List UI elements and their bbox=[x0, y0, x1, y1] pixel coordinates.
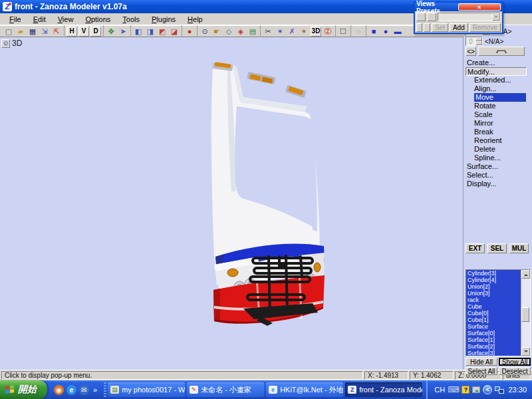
task-button[interactable]: ▤my photos0017 - Win... bbox=[108, 382, 185, 397]
preset-slot-4-button[interactable] bbox=[424, 23, 430, 32]
preset-slot-3-button[interactable] bbox=[416, 23, 422, 32]
view-d-button[interactable]: D bbox=[90, 27, 101, 37]
local-axes-icon[interactable]: ✴ bbox=[298, 26, 310, 37]
select-view-icon[interactable]: ◈ bbox=[235, 26, 247, 37]
menu-tools[interactable]: Tools bbox=[117, 14, 145, 25]
menu-scale[interactable]: Scale bbox=[466, 110, 531, 119]
pan-view-icon[interactable]: ☛ bbox=[211, 26, 223, 37]
preset-slot-1-button[interactable] bbox=[416, 13, 426, 21]
object-list-scrollbar[interactable] bbox=[521, 270, 530, 356]
quick-launch-overflow-icon[interactable]: » bbox=[92, 386, 98, 394]
expander-button[interactable]: <> bbox=[466, 47, 476, 56]
network-icon[interactable] bbox=[495, 386, 504, 394]
save-icon[interactable]: ▦ bbox=[27, 26, 39, 37]
axes-icon[interactable]: ✥ bbox=[105, 26, 117, 37]
media-player-icon[interactable]: ◉ bbox=[54, 385, 64, 395]
remove-button[interactable]: Remove bbox=[469, 23, 501, 32]
weld-icon[interactable]: ✗ bbox=[286, 26, 298, 37]
views-presets-dialog[interactable]: Views Presets × Set Add Remove bbox=[414, 1, 503, 34]
ext-mode-button[interactable]: EXT bbox=[466, 243, 485, 253]
menu-delete[interactable]: Delete bbox=[466, 145, 531, 154]
menu-plugins[interactable]: Plugins bbox=[146, 14, 181, 25]
import-icon[interactable]: ⇲ bbox=[39, 26, 51, 37]
keyboard-icon[interactable]: ⌨ bbox=[448, 385, 459, 394]
set-button[interactable]: Set bbox=[432, 23, 448, 32]
background-image-icon[interactable]: ▤ bbox=[247, 26, 259, 37]
menu-edit[interactable]: Edit bbox=[28, 14, 51, 25]
mode-3d-icon[interactable]: 3D bbox=[311, 27, 321, 37]
star-axes-icon[interactable]: ✶ bbox=[274, 26, 286, 37]
select-circle-icon[interactable]: ◌ bbox=[352, 26, 364, 37]
object-item[interactable]: Union[3] bbox=[466, 290, 521, 297]
view-v-button[interactable]: V bbox=[78, 27, 89, 37]
task-button[interactable]: ✎未命名 - 小畫家 bbox=[187, 382, 264, 397]
menu-move[interactable]: Move bbox=[474, 93, 526, 102]
primitive-cube-icon[interactable]: ■ bbox=[368, 26, 380, 37]
menu-select[interactable]: Select... bbox=[466, 171, 531, 180]
views-presets-titlebar[interactable]: Views Presets × bbox=[415, 3, 502, 11]
menu-reorient[interactable]: Reorient bbox=[466, 136, 531, 145]
primitive-cylinder-icon[interactable]: ▬ bbox=[392, 26, 404, 37]
preset-name-combo[interactable] bbox=[438, 13, 501, 21]
hide-all-button[interactable]: Hide All bbox=[466, 358, 497, 366]
start-button[interactable]: 開始 bbox=[0, 380, 47, 399]
object-item[interactable]: Union[2] bbox=[466, 283, 521, 290]
select-all-button[interactable]: Select All bbox=[466, 367, 497, 375]
select-rect-icon[interactable]: ☐ bbox=[337, 26, 349, 37]
outlook-express-icon[interactable]: ✉ bbox=[79, 385, 89, 395]
safely-remove-hardware-icon[interactable] bbox=[472, 386, 480, 393]
mul-mode-button[interactable]: MUL bbox=[509, 243, 529, 253]
preset-slot-2-button[interactable] bbox=[427, 13, 436, 21]
object-item[interactable]: Surface bbox=[466, 323, 521, 330]
wire-cube-icon[interactable]: ◧ bbox=[132, 26, 144, 37]
menu-options[interactable]: Options bbox=[80, 14, 116, 25]
sel-mode-button[interactable]: SEL bbox=[487, 243, 507, 253]
object-item[interactable]: Cylinder[3] bbox=[466, 270, 521, 277]
object-item[interactable]: rack bbox=[466, 297, 521, 303]
menu-extended[interactable]: Extended... bbox=[466, 76, 531, 84]
menu-spline[interactable]: Spline... bbox=[466, 154, 531, 162]
object-item[interactable]: Surface[0] bbox=[466, 330, 521, 336]
menu-help[interactable]: Help bbox=[182, 14, 208, 25]
object-item[interactable]: Cylinder[4] bbox=[466, 277, 521, 283]
language-indicator[interactable]: CH bbox=[434, 386, 445, 394]
menu-create[interactable]: Create... bbox=[466, 59, 531, 67]
object-item[interactable]: Cube[1] bbox=[466, 317, 521, 323]
scroll-down-icon[interactable] bbox=[521, 347, 530, 356]
hidden-cube-icon[interactable]: ◪ bbox=[168, 26, 180, 37]
zanoza-icon[interactable]: Ⓩ bbox=[322, 26, 334, 37]
level-spinner[interactable]: 0 bbox=[466, 37, 483, 46]
deselect-button[interactable]: Deselect bbox=[499, 367, 531, 375]
object-item[interactable]: Surface[3] bbox=[466, 350, 521, 356]
vertex-edit-icon[interactable]: ➤ bbox=[117, 26, 129, 37]
dialog-close-icon[interactable]: × bbox=[458, 3, 501, 11]
show-all-button[interactable]: Show All bbox=[499, 358, 531, 366]
chevron-up-icon[interactable] bbox=[478, 47, 525, 56]
menu-display[interactable]: Display... bbox=[466, 180, 531, 188]
cut-icon[interactable]: ✂ bbox=[262, 26, 274, 37]
object-item[interactable]: Cube bbox=[466, 303, 521, 310]
hide-inactive-icons-icon[interactable]: < bbox=[483, 385, 492, 394]
solid-cube-icon[interactable]: ◨ bbox=[144, 26, 156, 37]
object-item[interactable]: Cube[0] bbox=[466, 310, 521, 317]
menu-view[interactable]: View bbox=[53, 14, 79, 25]
internet-explorer-icon[interactable]: e bbox=[66, 385, 76, 395]
object-list[interactable]: Cylinder[3]Cylinder[4]Union[2]Union[3]ra… bbox=[466, 270, 521, 356]
new-icon[interactable]: ▢ bbox=[3, 26, 15, 37]
add-button[interactable]: Add bbox=[450, 23, 468, 32]
rotate-view-icon[interactable]: ◇ bbox=[223, 26, 235, 37]
task-active[interactable]: Zfront - Zanoza Model... bbox=[345, 382, 422, 397]
object-item[interactable]: Surface[1] bbox=[466, 336, 521, 343]
primitive-sphere-icon[interactable]: ● bbox=[380, 26, 392, 37]
textured-cube-icon[interactable]: ◩ bbox=[156, 26, 168, 37]
scroll-thumb[interactable] bbox=[521, 307, 529, 322]
object-item[interactable]: Surface[2] bbox=[466, 343, 521, 350]
menu-modify[interactable]: Modify... bbox=[466, 67, 527, 76]
scroll-track[interactable] bbox=[521, 279, 530, 347]
viewport-3d[interactable]: ⊙ 3D bbox=[0, 37, 464, 370]
menu-surface[interactable]: Surface... bbox=[466, 162, 531, 171]
export-icon[interactable]: ⇱ bbox=[51, 26, 63, 37]
menu-break[interactable]: Break bbox=[466, 128, 531, 136]
view-h-button[interactable]: H bbox=[66, 27, 77, 37]
material-sphere-icon[interactable]: ● bbox=[184, 26, 196, 37]
